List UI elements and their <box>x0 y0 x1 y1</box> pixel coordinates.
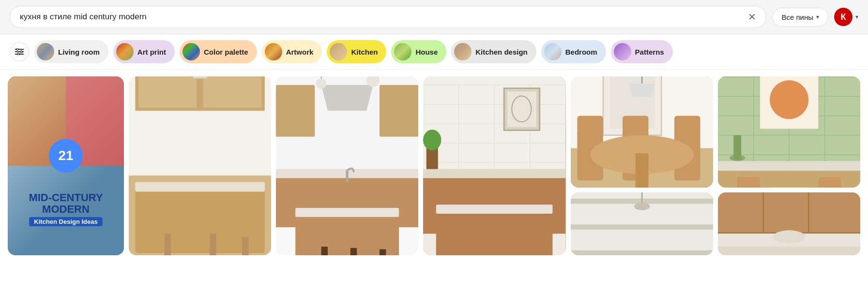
svg-point-85 <box>634 203 650 210</box>
svg-point-3 <box>16 48 18 50</box>
pin-image-5 <box>571 76 713 188</box>
svg-point-26 <box>316 78 326 88</box>
chip-thumb-kitchen-design <box>454 43 472 60</box>
chip-patterns[interactable]: Patterns <box>611 40 673 63</box>
user-section: К ▾ <box>834 8 858 26</box>
svg-rect-15 <box>135 182 264 191</box>
svg-rect-103 <box>737 177 760 188</box>
col1-subtitle: Kitchen Design Ideas <box>29 217 102 226</box>
chip-label-color-palette: Color palette <box>204 48 248 56</box>
svg-rect-76 <box>635 153 648 188</box>
chip-thumb-art-print <box>116 43 134 60</box>
chip-kitchen[interactable]: Kitchen <box>327 40 386 63</box>
svg-rect-38 <box>350 248 357 255</box>
svg-rect-104 <box>818 177 841 188</box>
svg-rect-9 <box>138 76 197 108</box>
chip-label-bedroom: Bedroom <box>565 48 597 56</box>
chip-thumb-bedroom <box>544 43 562 60</box>
chip-thumb-color-palette <box>183 43 200 60</box>
svg-rect-40 <box>380 249 386 255</box>
svg-rect-72 <box>623 116 648 132</box>
pin-card-8[interactable] <box>718 192 860 255</box>
svg-point-5 <box>17 53 19 55</box>
user-avatar[interactable]: К <box>834 8 853 26</box>
svg-rect-105 <box>770 187 808 188</box>
chip-label-house: House <box>415 48 438 56</box>
chip-art-print[interactable]: Art print <box>113 40 175 63</box>
pin-card-2[interactable] <box>129 76 271 255</box>
filter-button[interactable] <box>10 42 29 61</box>
chip-house[interactable]: House <box>391 40 446 63</box>
pin-image-3 <box>276 76 418 255</box>
col1-badge: 21 <box>49 139 83 173</box>
pin-image-8 <box>718 192 860 255</box>
chip-label-artwork: Artwork <box>286 48 314 56</box>
svg-rect-41 <box>346 170 349 182</box>
grid-col-4 <box>423 76 565 255</box>
chip-thumb-kitchen <box>330 43 347 60</box>
filter-icon <box>15 48 24 55</box>
chip-label-kitchen: Kitchen <box>351 48 378 56</box>
pin-card-3[interactable] <box>276 76 418 255</box>
all-pins-button[interactable]: Все пины ▾ <box>772 8 828 27</box>
svg-rect-10 <box>203 76 261 108</box>
grid-col-1: 21 MID-CENTURY MODERN Kitchen Design Ide… <box>8 76 124 255</box>
svg-rect-19 <box>210 234 216 255</box>
user-chevron-icon[interactable]: ▾ <box>855 14 858 20</box>
chip-artwork[interactable]: Artwork <box>262 40 322 63</box>
pin-image-6 <box>718 76 860 188</box>
svg-rect-33 <box>295 214 399 255</box>
chip-thumb-living-room <box>37 43 54 60</box>
svg-rect-55 <box>436 205 553 214</box>
svg-rect-34 <box>295 208 399 217</box>
svg-rect-97 <box>718 161 860 171</box>
svg-rect-107 <box>718 192 860 234</box>
chip-label-kitchen-design: Kitchen design <box>475 48 528 56</box>
search-input[interactable] <box>20 12 743 22</box>
search-input-wrap: ✕ <box>10 6 766 28</box>
chip-thumb-house <box>394 43 411 60</box>
chip-thumb-artwork <box>265 43 282 60</box>
chip-color-palette[interactable]: Color palette <box>180 40 257 63</box>
svg-point-112 <box>773 230 805 243</box>
chips-row: Living room Art print Color palette Artw… <box>0 34 868 70</box>
chip-bedroom[interactable]: Bedroom <box>541 40 606 63</box>
pin-card-1[interactable]: 21 MID-CENTURY MODERN Kitchen Design Ide… <box>8 76 124 255</box>
grid-col-6 <box>718 76 860 255</box>
pin-card-4[interactable] <box>423 76 565 255</box>
svg-point-100 <box>770 80 808 119</box>
svg-rect-30 <box>380 85 418 137</box>
svg-marker-78 <box>629 84 655 97</box>
chevron-down-icon: ▾ <box>816 14 819 20</box>
svg-rect-57 <box>472 250 478 255</box>
svg-rect-29 <box>276 85 315 137</box>
pin-card-5[interactable] <box>571 76 713 188</box>
svg-rect-54 <box>436 211 553 255</box>
chip-living-room[interactable]: Living room <box>34 40 108 63</box>
svg-point-4 <box>20 51 22 53</box>
chip-label-living-room: Living room <box>58 48 100 56</box>
svg-rect-59 <box>511 252 517 255</box>
clear-icon[interactable]: ✕ <box>748 11 756 23</box>
svg-rect-36 <box>321 247 328 255</box>
chip-label-art-print: Art print <box>137 48 166 56</box>
svg-rect-74 <box>674 116 700 132</box>
svg-marker-24 <box>321 85 373 111</box>
chip-thumb-patterns <box>614 43 631 60</box>
grid-col-3 <box>276 76 418 255</box>
svg-rect-17 <box>165 234 171 255</box>
chip-label-patterns: Patterns <box>635 48 664 56</box>
svg-rect-21 <box>242 237 248 255</box>
pin-grid: 21 MID-CENTURY MODERN Kitchen Design Ide… <box>0 70 868 307</box>
svg-rect-70 <box>577 116 603 132</box>
chip-kitchen-design[interactable]: Kitchen design <box>451 40 536 63</box>
grid-col-2 <box>129 76 271 255</box>
pin-card-6[interactable] <box>718 76 860 188</box>
pin-image-4 <box>423 76 565 255</box>
search-bar: ✕ Все пины ▾ К ▾ <box>0 0 868 34</box>
grid-col-5 <box>571 76 713 255</box>
pin-card-7[interactable] <box>571 192 713 255</box>
svg-rect-53 <box>423 169 565 178</box>
svg-rect-102 <box>733 135 741 160</box>
pin-image-7 <box>571 192 713 255</box>
